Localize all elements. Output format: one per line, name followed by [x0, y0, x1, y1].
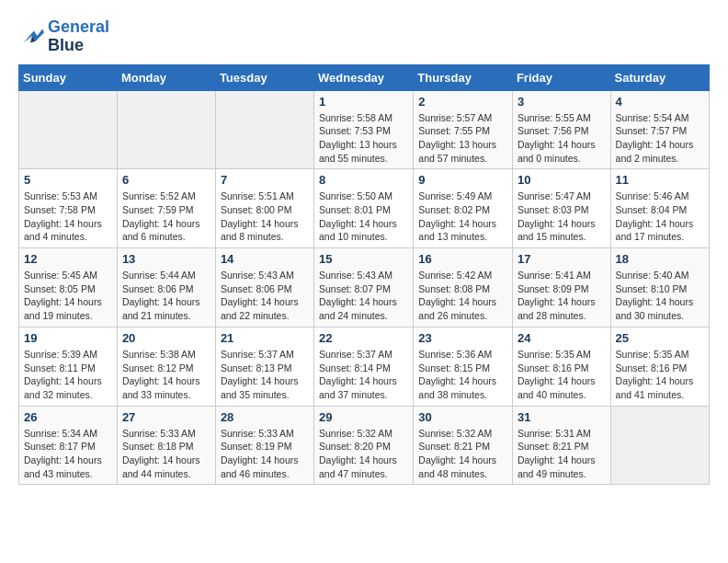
day-number: 7 [221, 173, 309, 187]
calendar-week-row: 12Sunrise: 5:45 AMSunset: 8:05 PMDayligh… [19, 248, 710, 327]
calendar-day-29: 29Sunrise: 5:32 AMSunset: 8:20 PMDayligh… [314, 406, 414, 485]
day-number: 26 [24, 410, 112, 424]
calendar-day-6: 6Sunrise: 5:52 AMSunset: 7:59 PMDaylight… [117, 169, 215, 248]
day-number: 18 [616, 252, 704, 266]
day-info: Sunrise: 5:49 AMSunset: 8:02 PMDaylight:… [418, 190, 507, 244]
weekday-header-saturday: Saturday [610, 64, 709, 90]
day-number: 25 [616, 331, 704, 345]
calendar-day-15: 15Sunrise: 5:43 AMSunset: 8:07 PMDayligh… [314, 248, 414, 327]
day-number: 27 [122, 410, 210, 424]
day-number: 12 [24, 252, 112, 266]
day-info: Sunrise: 5:50 AMSunset: 8:01 PMDaylight:… [319, 190, 408, 244]
day-info: Sunrise: 5:52 AMSunset: 7:59 PMDaylight:… [122, 190, 210, 244]
weekday-header-row: SundayMondayTuesdayWednesdayThursdayFrid… [19, 64, 710, 90]
weekday-header-thursday: Thursday [414, 64, 513, 90]
weekday-header-friday: Friday [512, 64, 610, 90]
day-info: Sunrise: 5:54 AMSunset: 7:57 PMDaylight:… [616, 111, 704, 166]
calendar-empty-cell [117, 90, 215, 169]
calendar-day-3: 3Sunrise: 5:55 AMSunset: 7:56 PMDaylight… [512, 90, 610, 169]
day-number: 2 [418, 95, 507, 109]
day-info: Sunrise: 5:38 AMSunset: 8:12 PMDaylight:… [122, 348, 210, 402]
logo-bird-icon [18, 24, 44, 50]
calendar-week-row: 5Sunrise: 5:53 AMSunset: 7:58 PMDaylight… [19, 169, 710, 248]
day-number: 23 [418, 331, 507, 345]
day-number: 4 [616, 95, 704, 109]
day-info: Sunrise: 5:32 AMSunset: 8:20 PMDaylight:… [319, 427, 408, 481]
day-info: Sunrise: 5:33 AMSunset: 8:18 PMDaylight:… [122, 427, 210, 481]
day-info: Sunrise: 5:35 AMSunset: 8:16 PMDaylight:… [616, 348, 704, 402]
calendar-day-12: 12Sunrise: 5:45 AMSunset: 8:05 PMDayligh… [19, 248, 118, 327]
calendar-day-8: 8Sunrise: 5:50 AMSunset: 8:01 PMDaylight… [314, 169, 414, 248]
day-number: 13 [122, 252, 210, 266]
day-number: 31 [518, 410, 606, 424]
calendar-day-30: 30Sunrise: 5:32 AMSunset: 8:21 PMDayligh… [414, 406, 513, 485]
calendar-table: SundayMondayTuesdayWednesdayThursdayFrid… [18, 64, 710, 486]
day-number: 20 [122, 331, 210, 345]
day-number: 15 [319, 252, 408, 266]
day-number: 19 [24, 331, 112, 345]
day-number: 21 [221, 331, 309, 345]
day-number: 8 [319, 173, 408, 187]
calendar-day-19: 19Sunrise: 5:39 AMSunset: 8:11 PMDayligh… [19, 327, 118, 406]
day-info: Sunrise: 5:31 AMSunset: 8:21 PMDaylight:… [518, 427, 606, 481]
calendar-day-28: 28Sunrise: 5:33 AMSunset: 8:19 PMDayligh… [215, 406, 313, 485]
day-number: 28 [221, 410, 309, 424]
calendar-day-27: 27Sunrise: 5:33 AMSunset: 8:18 PMDayligh… [117, 406, 215, 485]
calendar-week-row: 1Sunrise: 5:58 AMSunset: 7:53 PMDaylight… [19, 90, 710, 169]
day-number: 24 [518, 331, 606, 345]
day-number: 16 [418, 252, 507, 266]
logo-text: General Blue [48, 18, 109, 55]
day-number: 14 [221, 252, 309, 266]
day-info: Sunrise: 5:58 AMSunset: 7:53 PMDaylight:… [319, 111, 408, 166]
calendar-day-1: 1Sunrise: 5:58 AMSunset: 7:53 PMDaylight… [314, 90, 414, 169]
day-info: Sunrise: 5:43 AMSunset: 8:07 PMDaylight:… [319, 269, 408, 323]
day-info: Sunrise: 5:53 AMSunset: 7:58 PMDaylight:… [24, 190, 112, 244]
calendar-empty-cell [610, 406, 709, 485]
day-number: 11 [616, 173, 704, 187]
day-number: 9 [418, 173, 507, 187]
day-info: Sunrise: 5:37 AMSunset: 8:13 PMDaylight:… [221, 348, 309, 402]
day-info: Sunrise: 5:57 AMSunset: 7:55 PMDaylight:… [418, 111, 507, 166]
day-info: Sunrise: 5:47 AMSunset: 8:03 PMDaylight:… [518, 190, 606, 244]
calendar-day-21: 21Sunrise: 5:37 AMSunset: 8:13 PMDayligh… [215, 327, 313, 406]
calendar-day-2: 2Sunrise: 5:57 AMSunset: 7:55 PMDaylight… [414, 90, 513, 169]
day-info: Sunrise: 5:32 AMSunset: 8:21 PMDaylight:… [418, 427, 507, 481]
calendar-empty-cell [19, 90, 118, 169]
calendar-day-4: 4Sunrise: 5:54 AMSunset: 7:57 PMDaylight… [610, 90, 709, 169]
day-number: 1 [319, 95, 408, 109]
calendar-day-16: 16Sunrise: 5:42 AMSunset: 8:08 PMDayligh… [414, 248, 513, 327]
calendar-week-row: 19Sunrise: 5:39 AMSunset: 8:11 PMDayligh… [19, 327, 710, 406]
page-header: General Blue [18, 18, 710, 55]
day-info: Sunrise: 5:41 AMSunset: 8:09 PMDaylight:… [518, 269, 606, 323]
weekday-header-monday: Monday [117, 64, 215, 90]
calendar-day-18: 18Sunrise: 5:40 AMSunset: 8:10 PMDayligh… [610, 248, 709, 327]
day-number: 17 [518, 252, 606, 266]
day-number: 6 [122, 173, 210, 187]
calendar-day-7: 7Sunrise: 5:51 AMSunset: 8:00 PMDaylight… [215, 169, 313, 248]
calendar-day-20: 20Sunrise: 5:38 AMSunset: 8:12 PMDayligh… [117, 327, 215, 406]
calendar-day-14: 14Sunrise: 5:43 AMSunset: 8:06 PMDayligh… [215, 248, 313, 327]
calendar-week-row: 26Sunrise: 5:34 AMSunset: 8:17 PMDayligh… [19, 406, 710, 485]
day-info: Sunrise: 5:37 AMSunset: 8:14 PMDaylight:… [319, 348, 408, 402]
day-info: Sunrise: 5:44 AMSunset: 8:06 PMDaylight:… [122, 269, 210, 323]
day-number: 30 [418, 410, 507, 424]
day-info: Sunrise: 5:51 AMSunset: 8:00 PMDaylight:… [221, 190, 309, 244]
weekday-header-tuesday: Tuesday [215, 64, 313, 90]
calendar-day-25: 25Sunrise: 5:35 AMSunset: 8:16 PMDayligh… [610, 327, 709, 406]
day-info: Sunrise: 5:34 AMSunset: 8:17 PMDaylight:… [24, 427, 112, 481]
weekday-header-sunday: Sunday [19, 64, 118, 90]
day-info: Sunrise: 5:33 AMSunset: 8:19 PMDaylight:… [221, 427, 309, 481]
calendar-day-10: 10Sunrise: 5:47 AMSunset: 8:03 PMDayligh… [512, 169, 610, 248]
calendar-empty-cell [215, 90, 313, 169]
calendar-day-31: 31Sunrise: 5:31 AMSunset: 8:21 PMDayligh… [512, 406, 610, 485]
logo: General Blue [18, 18, 109, 55]
day-number: 22 [319, 331, 408, 345]
calendar-day-11: 11Sunrise: 5:46 AMSunset: 8:04 PMDayligh… [610, 169, 709, 248]
day-info: Sunrise: 5:40 AMSunset: 8:10 PMDaylight:… [616, 269, 704, 323]
calendar-day-13: 13Sunrise: 5:44 AMSunset: 8:06 PMDayligh… [117, 248, 215, 327]
weekday-header-wednesday: Wednesday [314, 64, 414, 90]
day-info: Sunrise: 5:39 AMSunset: 8:11 PMDaylight:… [24, 348, 112, 402]
calendar-day-23: 23Sunrise: 5:36 AMSunset: 8:15 PMDayligh… [414, 327, 513, 406]
day-info: Sunrise: 5:46 AMSunset: 8:04 PMDaylight:… [616, 190, 704, 244]
day-number: 3 [518, 95, 606, 109]
